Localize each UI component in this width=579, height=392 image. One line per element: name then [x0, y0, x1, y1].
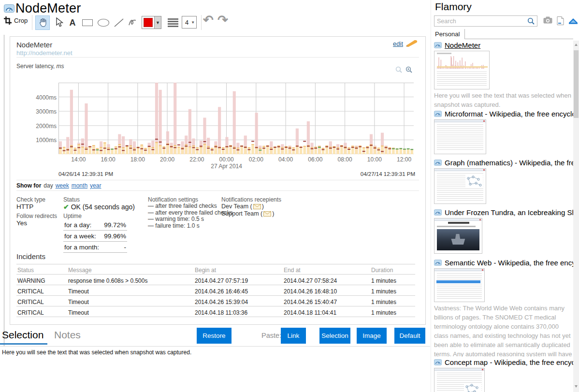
rectangle-tool-button[interactable] — [80, 15, 95, 30]
list-item-title[interactable]: Concept map - Wikipedia, the free encycl… — [434, 358, 573, 366]
range-end-label: 04/27/14 12:39:31 PM — [318, 171, 415, 177]
edit-link[interactable]: edit — [393, 40, 403, 47]
show-for-year[interactable]: year — [90, 182, 101, 189]
snapshot-thumbnail[interactable] — [434, 168, 486, 204]
edit-pencil-icon[interactable] — [405, 39, 419, 47]
freehand-tool-button[interactable] — [126, 15, 140, 30]
tab-selection[interactable]: Selection — [2, 329, 43, 341]
app-logo-icon — [4, 4, 14, 13]
tab-personal[interactable]: Personal — [434, 29, 465, 39]
ship-photo — [437, 229, 479, 250]
recipient-name: Support Team ( — [221, 210, 262, 218]
line-tool-button[interactable] — [112, 15, 126, 30]
zoom-out-icon[interactable] — [395, 66, 403, 73]
site-url[interactable]: http://nodemeter.net — [16, 49, 72, 57]
list-item[interactable]: Microformat - Wikipedia, the free encycl… — [434, 109, 573, 154]
envelope-icon — [263, 211, 271, 217]
notification-setting: — warning time: 0.5 s — [148, 216, 232, 223]
list-item-title-text: Concept map - Wikipedia, the free encycl… — [445, 358, 573, 366]
select-tool-button[interactable] — [52, 15, 66, 30]
x-tick-label: 04:00 — [271, 156, 300, 163]
crop-button[interactable]: Crop — [4, 16, 28, 25]
list-item[interactable]: Graph (mathematics) - Wikipedia, the fre… — [434, 158, 573, 204]
scrollbar-thumb[interactable] — [574, 50, 579, 118]
snapshot-icon — [434, 260, 442, 266]
uptime-value: - — [124, 244, 127, 251]
snapshot-thumbnail[interactable] — [434, 119, 486, 154]
list-item-title-text: Microformat - Wikipedia, the free encycl… — [445, 110, 573, 118]
list-item[interactable]: Concept map - Wikipedia, the free encycl… — [434, 358, 573, 392]
check-type-label: Check type — [16, 196, 45, 203]
color-picker[interactable]: ▼ — [142, 16, 161, 29]
chart-title: Server latency, ms — [16, 63, 64, 70]
uptime-table: for a day:99.72%for a week:99.96%for a m… — [63, 219, 127, 253]
uptime-row: for a week:99.96% — [63, 231, 127, 242]
paste-link-button[interactable]: Link — [281, 328, 306, 344]
table-line — [16, 264, 415, 264]
search-icon[interactable] — [527, 17, 535, 25]
list-item-title[interactable]: NodeMeter — [434, 41, 573, 49]
snapshot-thumbnail[interactable] — [434, 368, 485, 392]
search-input[interactable] — [434, 18, 527, 25]
line-width-icon — [168, 18, 178, 20]
list-item-title[interactable]: Semantic Web - Wikipedia, the free encyc… — [434, 258, 573, 267]
show-for-month[interactable]: month — [72, 182, 87, 189]
follow-redirects-label: Follow redirects — [16, 213, 57, 219]
window-title: NodeMeter — [15, 1, 81, 16]
thumbnail-lines — [437, 124, 483, 151]
notification-settings-list: — after three failed checks— after every… — [148, 203, 232, 229]
hand-icon — [38, 17, 47, 28]
show-for-week[interactable]: week — [56, 182, 69, 189]
undo-button[interactable]: ↶ — [203, 13, 214, 27]
x-tick-label: 06:00 — [301, 156, 330, 163]
x-tick-label: 12:00 — [390, 156, 419, 163]
ellipse-tool-button[interactable] — [96, 15, 111, 30]
range-start-label: 04/26/14 12:39:31 PM — [58, 171, 113, 177]
uptime-period: for a day: — [64, 221, 91, 229]
list-item-note: Vastness: The World Wide Web contains ma… — [434, 304, 573, 357]
x-tick-label: 08:00 — [331, 156, 360, 163]
list-item-title[interactable]: Under Frozen Tundra, an Icebreaking Ship… — [434, 208, 573, 217]
redo-button[interactable]: ↷ — [217, 13, 228, 27]
list-item-title-text: Graph (mathematics) - Wikipedia, the fre… — [445, 159, 573, 167]
list-item[interactable]: NodeMeterHere you will see the text that… — [434, 41, 573, 109]
list-item-title[interactable]: Microformat - Wikipedia, the free encycl… — [434, 109, 573, 118]
y-tick-label: 4000ms — [19, 94, 57, 101]
tab-notes[interactable]: Notes — [54, 329, 81, 341]
uptime-row: for a month:- — [63, 242, 127, 253]
text-tool-button[interactable]: A — [67, 15, 78, 30]
new-page-icon[interactable] — [557, 16, 564, 25]
size-select[interactable]: 4 ▼ — [182, 16, 197, 29]
hand-tool-button[interactable] — [35, 15, 50, 30]
thumbnail-header-line — [437, 53, 451, 54]
flamory-logo-icon[interactable] — [568, 16, 578, 25]
x-tick-label: 18:00 — [123, 156, 152, 163]
crop-label: Crop — [14, 17, 28, 24]
color-dropdown-caret[interactable]: ▼ — [154, 16, 161, 29]
snapshot-thumbnail[interactable] — [434, 218, 482, 254]
camera-icon[interactable] — [543, 16, 552, 24]
list-item[interactable]: Under Frozen Tundra, an Icebreaking Ship… — [434, 208, 573, 254]
sidebar-title: Flamory — [435, 1, 472, 13]
x-tick-label: 00:00 — [212, 156, 241, 163]
snapshot-thumbnail[interactable] — [434, 51, 490, 89]
latency-chart[interactable] — [58, 83, 414, 154]
scroll-down-icon[interactable] — [575, 385, 578, 388]
notification-setting: — after every three failed checks — [148, 210, 232, 217]
scroll-up-icon[interactable] — [575, 44, 578, 46]
restore-button[interactable]: Restore — [197, 328, 232, 344]
list-item[interactable]: Semantic Web - Wikipedia, the free encyc… — [434, 258, 573, 357]
paste-selection-button[interactable]: Selection — [319, 328, 350, 344]
paste-image-button[interactable]: Image — [357, 328, 387, 344]
line-width-button[interactable] — [166, 15, 180, 30]
y-tick-label: 3000ms — [19, 108, 57, 115]
snapshot-thumbnail[interactable] — [434, 268, 485, 302]
color-swatch[interactable] — [142, 16, 154, 29]
zoom-in-icon[interactable] — [405, 66, 413, 73]
paste-default-button[interactable]: Default — [394, 328, 425, 344]
list-item-title[interactable]: Graph (mathematics) - Wikipedia, the fre… — [434, 158, 573, 167]
table-line — [16, 306, 415, 306]
viewer-left-border — [4, 35, 4, 346]
list-item-title-text: Under Frozen Tundra, an Icebreaking Ship… — [445, 208, 573, 217]
snapshot-list: NodeMeterHere you will see the text that… — [434, 41, 573, 392]
